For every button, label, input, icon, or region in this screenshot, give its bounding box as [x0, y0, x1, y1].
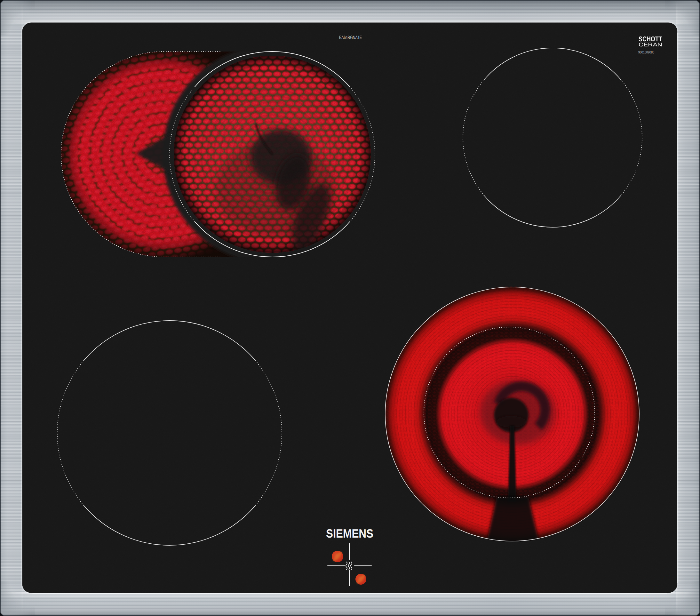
svg-text:EA64RGNA1E: EA64RGNA1E: [339, 35, 362, 40]
svg-text:9001609080: 9001609080: [638, 51, 654, 54]
svg-text:CERAN: CERAN: [639, 42, 662, 48]
svg-text:SIEMENS: SIEMENS: [326, 527, 373, 540]
